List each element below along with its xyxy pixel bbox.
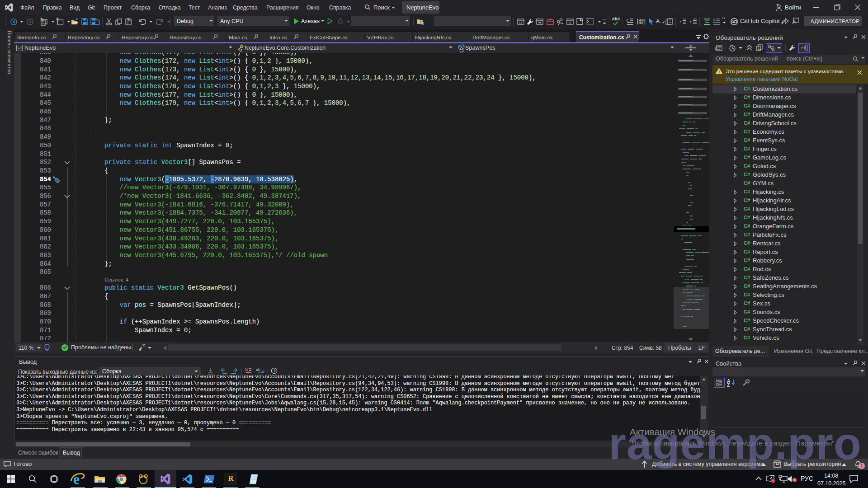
svg-text:ab: ab [256, 367, 260, 372]
svg-text:!: ! [773, 479, 774, 483]
